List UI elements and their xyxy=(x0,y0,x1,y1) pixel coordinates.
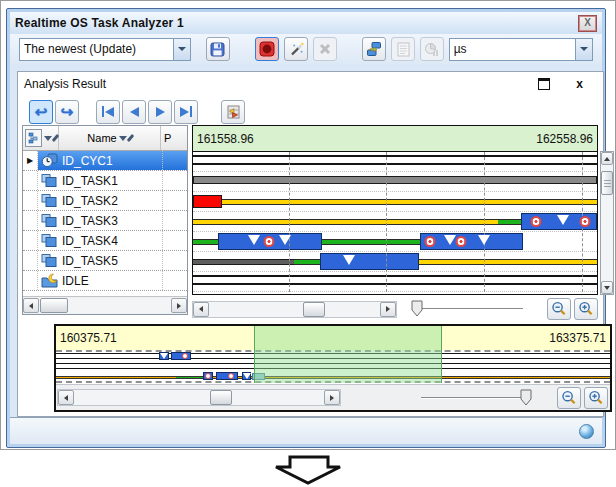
gridline xyxy=(484,152,485,292)
slider-thumb[interactable] xyxy=(520,389,533,407)
report-button xyxy=(391,37,415,61)
table-header-tools[interactable] xyxy=(23,126,59,150)
table-row[interactable]: ID_TASK5 xyxy=(23,251,187,271)
scroll-left-button[interactable] xyxy=(193,302,209,317)
zoom-in-button[interactable] xyxy=(574,298,598,320)
cyclic-handler-icon xyxy=(38,151,60,170)
scrollbar-thumb[interactable] xyxy=(210,390,232,405)
yellow-line-segment xyxy=(222,199,597,205)
filter-icon[interactable] xyxy=(44,136,52,141)
overview-horizontal-scrollbar[interactable] xyxy=(57,389,341,406)
scrollbar-thumb[interactable] xyxy=(303,302,325,317)
dual-line-segment xyxy=(193,275,597,285)
work-area: Analysis Result x ↩ ↪ xyxy=(10,64,602,418)
save-button[interactable] xyxy=(206,37,230,61)
table-row[interactable]: ▶ID_CYC1 xyxy=(23,151,187,171)
filter-icon[interactable] xyxy=(119,136,127,141)
pin-icon[interactable] xyxy=(51,134,58,142)
scrollbar-track[interactable] xyxy=(39,298,171,313)
overview-zoom-out-button[interactable] xyxy=(557,387,581,409)
chevron-down-icon xyxy=(580,47,588,51)
last-icon xyxy=(180,106,192,117)
table-horizontal-scrollbar[interactable] xyxy=(23,296,187,314)
triangle-marker-icon xyxy=(160,353,168,359)
chart-horizontal-scrollbar[interactable] xyxy=(192,301,397,318)
float-window-icon[interactable] xyxy=(538,78,550,90)
unit-select[interactable]: µs xyxy=(449,38,593,61)
scrollbar-track[interactable] xyxy=(74,390,324,405)
triangle-marker-icon xyxy=(279,235,291,245)
table-row[interactable]: ID_TASK4 xyxy=(23,231,187,251)
overview-chart[interactable]: 160375.71 163375.71 xyxy=(54,324,612,412)
first-event-button[interactable] xyxy=(96,100,120,124)
scroll-right-button[interactable] xyxy=(171,298,187,313)
record-button[interactable] xyxy=(255,37,279,61)
window-close-button[interactable]: X xyxy=(578,15,597,32)
next-event-button[interactable] xyxy=(148,100,172,124)
table-row[interactable]: ID_TASK3 xyxy=(23,211,187,231)
table-row[interactable]: ID_TASK2 xyxy=(23,191,187,211)
overview-start-time: 160375.71 xyxy=(60,331,117,345)
profile-tree-icon[interactable] xyxy=(25,129,42,147)
jump-next-button[interactable]: ↪ xyxy=(55,100,79,124)
history-select[interactable]: The newest (Update) xyxy=(19,38,191,61)
scrollbar-track[interactable] xyxy=(209,302,380,317)
magic-wand-icon xyxy=(289,42,304,57)
zoom-slider[interactable] xyxy=(411,300,523,318)
circle-marker-icon xyxy=(228,373,234,379)
overview-zoom-in-button[interactable] xyxy=(584,387,608,409)
scrollbar-thumb[interactable] xyxy=(601,171,613,195)
unit-select-value: µs xyxy=(450,42,575,56)
panel-close-button[interactable]: x xyxy=(576,78,583,90)
table-row[interactable]: IDLE xyxy=(23,271,187,291)
jump-previous-button[interactable]: ↩ xyxy=(29,100,53,124)
table-header-priority[interactable]: P xyxy=(161,126,187,150)
table-body: ▶ID_CYC1ID_TASK1ID_TASK2ID_TASK3ID_TASK4… xyxy=(23,151,187,291)
visible-range-selection[interactable] xyxy=(254,326,442,383)
scroll-left-button[interactable] xyxy=(58,390,74,405)
table-header-name[interactable]: Name xyxy=(59,126,161,150)
panel-header: Analysis Result x xyxy=(18,72,603,96)
slider-thumb[interactable] xyxy=(411,300,424,318)
analyze-tool-button[interactable] xyxy=(284,37,308,61)
idle-icon xyxy=(38,271,60,290)
timeline-header: 161558.96 162558.96 xyxy=(193,126,597,152)
history-select-dropdown[interactable] xyxy=(173,39,190,60)
overview-zoom-slider[interactable] xyxy=(421,389,533,407)
previous-event-button[interactable] xyxy=(122,100,146,124)
window-title: Realtime OS Task Analyzer 1 xyxy=(15,16,184,30)
scroll-up-button[interactable] xyxy=(601,152,613,165)
scroll-down-button[interactable] xyxy=(601,281,613,294)
grid-arrows-icon xyxy=(225,104,241,120)
main-toolbar: The newest (Update) xyxy=(10,34,602,64)
scrollbar-thumb[interactable] xyxy=(40,298,68,313)
zoom-out-button[interactable] xyxy=(547,298,571,320)
scroll-right-button[interactable] xyxy=(380,302,396,317)
triangle-marker-icon xyxy=(248,235,260,245)
pin-icon[interactable] xyxy=(126,134,133,142)
timeline-lane xyxy=(193,272,597,292)
table-row[interactable]: ID_TASK1 xyxy=(23,171,187,191)
current-row-marker xyxy=(23,251,38,270)
main-timeline-chart[interactable]: 161558.96 162558.96 xyxy=(192,125,598,295)
status-bar xyxy=(10,417,602,444)
status-indicator-icon xyxy=(579,424,594,439)
green-line-segment xyxy=(294,259,320,265)
circle-marker-icon xyxy=(455,236,466,247)
yellow-line-segment xyxy=(419,259,597,265)
document-icon xyxy=(397,42,410,57)
x-icon xyxy=(318,42,332,56)
timeline-end-time: 162558.96 xyxy=(536,132,593,146)
overview-scroll-row xyxy=(56,384,610,410)
first-icon xyxy=(102,106,114,117)
unit-select-dropdown[interactable] xyxy=(575,39,592,60)
chart-vertical-scrollbar[interactable] xyxy=(600,151,614,295)
timeline-lanes[interactable] xyxy=(193,152,597,292)
transition-view-button[interactable] xyxy=(362,37,386,61)
task-name: ID_TASK3 xyxy=(60,211,163,230)
green-line-segment xyxy=(193,239,218,245)
last-event-button[interactable] xyxy=(174,100,198,124)
scroll-right-button[interactable] xyxy=(324,390,340,405)
scroll-left-button[interactable] xyxy=(23,298,39,313)
table-view-button[interactable] xyxy=(221,100,245,124)
